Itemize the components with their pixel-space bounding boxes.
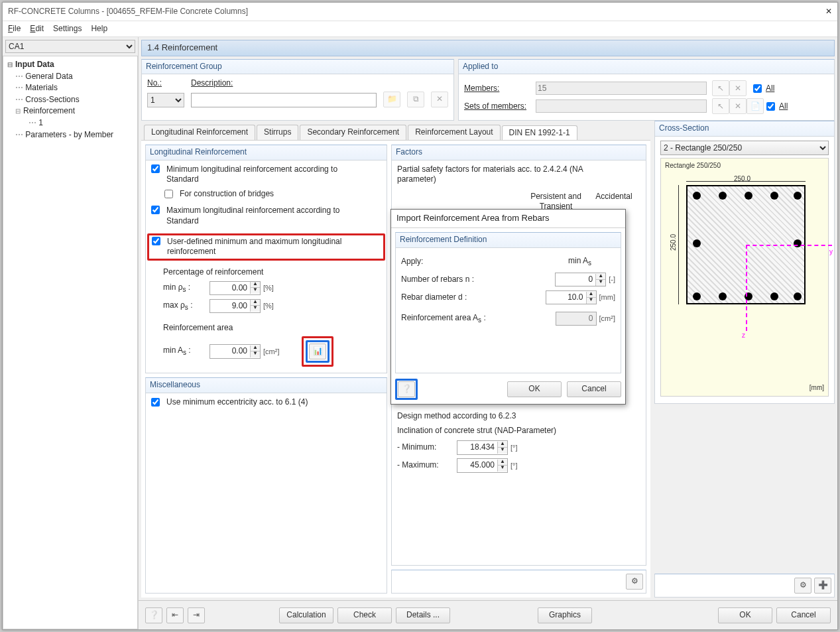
user-def-label: User-defined minimum and maximum longitu…: [167, 237, 379, 257]
menu-help[interactable]: Help: [91, 24, 107, 34]
sets-all-check[interactable]: [766, 102, 775, 111]
copy-icon[interactable]: ⧉: [407, 92, 424, 107]
inclination-label: Inclination of concrete strut (NAD-Param…: [397, 426, 570, 436]
cs-unit: [mm]: [810, 383, 824, 392]
members-all-check[interactable]: [753, 84, 762, 93]
rebar-d-unit: [mm]: [599, 292, 615, 302]
cs-preview: Rectangle 250/250 250.0 250.0: [660, 158, 829, 397]
rebar-n-input[interactable]: ▲▼: [555, 273, 606, 287]
tree-item-params[interactable]: Parameters - by Member: [7, 129, 133, 141]
max-std-check[interactable]: [151, 206, 160, 214]
apply-label: Apply:: [401, 257, 568, 267]
max-rho-unit: [%]: [263, 301, 274, 310]
delete-icon[interactable]: ✕: [431, 92, 448, 107]
help-icon[interactable]: ❔: [145, 607, 162, 623]
graphics-button[interactable]: Graphics: [538, 607, 592, 623]
dialog-help-icon[interactable]: ❔: [398, 381, 415, 397]
cs-toolbar: ⚙ ➕: [654, 574, 835, 598]
long-title: Longitudinal Reinforcement: [146, 145, 387, 160]
tree-item-general[interactable]: General Data: [7, 71, 133, 83]
next-icon[interactable]: ⇥: [188, 607, 205, 623]
incl-min-input[interactable]: ▲▼: [457, 440, 508, 455]
min-rho-label: min ρs :: [163, 283, 210, 294]
menu-settings[interactable]: Settings: [53, 24, 82, 34]
max-rho-input[interactable]: ▲▼: [210, 299, 261, 314]
unit-settings-icon[interactable]: ⚙: [626, 574, 643, 590]
import-rebar-button[interactable]: 📊: [309, 344, 326, 359]
eccentricity-check[interactable]: [151, 398, 160, 407]
min-as-label: min As :: [163, 346, 210, 357]
check-button[interactable]: Check: [337, 607, 392, 623]
menu-edit[interactable]: Edit: [30, 24, 44, 34]
close-icon[interactable]: ✕: [825, 7, 832, 17]
window-title: RF-CONCRETE Columns - [004655_RFEM-File …: [8, 7, 248, 17]
tab-long[interactable]: Longitudinal Reinforcement: [144, 125, 255, 140]
members-label: Members:: [464, 84, 536, 94]
window-buttons: ✕: [825, 7, 832, 17]
bridges-label: For construction of bridges: [180, 189, 274, 200]
rebar-d-input[interactable]: ▲▼: [546, 290, 597, 305]
new-set-icon[interactable]: 📄: [747, 98, 764, 114]
misc-title: Miscellaneous: [146, 378, 387, 393]
app-window: RF-CONCRETE Columns - [004655_RFEM-File …: [2, 2, 838, 630]
max-std-label: Maximum longitudinal reinforcement accor…: [166, 206, 365, 226]
tab-stirrups[interactable]: Stirrups: [257, 125, 298, 140]
no-select[interactable]: 1: [147, 93, 184, 107]
cs-edit-icon[interactable]: ⚙: [794, 578, 811, 594]
incl-max-input[interactable]: ▲▼: [457, 458, 508, 473]
footer: ❔ ⇤ ⇥ Calculation Check Details ... Grap…: [139, 600, 837, 629]
sidebar: CA1 Input Data General Data Materials Cr…: [3, 37, 139, 629]
group-title: Reinforcement Group: [142, 60, 453, 75]
rebar-d-label: Rebar diameter d :: [401, 292, 546, 303]
folder-open-icon[interactable]: 📁: [383, 92, 400, 107]
calculation-button[interactable]: Calculation: [279, 607, 333, 623]
description-input[interactable]: [191, 93, 377, 107]
tree-item-cross-sections[interactable]: Cross-Sections: [7, 94, 133, 106]
tab-din[interactable]: DIN EN 1992-1-1: [502, 125, 577, 141]
min-std-check[interactable]: [151, 164, 160, 173]
cs-caption: Rectangle 250/250: [665, 161, 721, 170]
ok-button[interactable]: OK: [718, 607, 772, 623]
case-selector[interactable]: CA1: [5, 40, 135, 53]
pick-member-icon[interactable]: ↖: [712, 80, 729, 96]
import-rebar-dialog: Import Reinforcement Area from Rebars Re…: [390, 209, 626, 404]
dialog-title: Import Reinforcement Area from Rebars: [391, 210, 625, 228]
cs-select[interactable]: 2 - Rectangle 250/250: [660, 141, 829, 155]
factors-text: Partial safety factors for materials acc…: [397, 164, 609, 185]
tree-item-1[interactable]: 1: [7, 117, 133, 129]
user-def-check[interactable]: [152, 237, 160, 245]
members-all-label: All: [766, 84, 774, 94]
dialog-ok-button[interactable]: OK: [507, 381, 562, 397]
pick-set-icon[interactable]: ↖: [712, 98, 729, 114]
tabs: Longitudinal Reinforcement Stirrups Seco…: [144, 125, 648, 140]
cross-section-panel: Cross-Section 2 - Rectangle 250/250 Rect…: [654, 121, 835, 404]
menubar: File Edit Settings Help: [3, 21, 837, 37]
cs-new-icon[interactable]: ➕: [814, 578, 831, 594]
incl-min-label: - Minimum:: [397, 442, 457, 453]
tab-secondary[interactable]: Secondary Reinforcement: [300, 125, 406, 140]
definition-title: Reinforcement Definition: [396, 233, 621, 248]
clear-member-icon[interactable]: ✕: [729, 80, 747, 96]
factors-toolbar: ⚙: [391, 570, 646, 594]
cancel-button[interactable]: Cancel: [776, 607, 831, 623]
bridges-check[interactable]: [164, 190, 173, 198]
applied-to-panel: Applied to Members: ↖ ✕ All Sets of memb…: [458, 59, 835, 121]
tree-root[interactable]: Input Data: [7, 59, 133, 71]
min-as-input[interactable]: ▲▼: [210, 344, 261, 359]
sets-input[interactable]: [536, 99, 707, 113]
applied-title: Applied to: [459, 60, 834, 75]
rebar-n-unit: [-]: [609, 275, 615, 284]
prev-icon[interactable]: ⇤: [166, 607, 184, 623]
dialog-cancel-button[interactable]: Cancel: [567, 381, 621, 397]
reinforcement-definition-panel: Reinforcement Definition Apply:min As Nu…: [395, 232, 621, 373]
menu-file[interactable]: File: [8, 24, 21, 34]
members-input[interactable]: [536, 82, 707, 95]
incl-max-label: - Maximum:: [397, 460, 457, 471]
min-std-label: Minimum longitudinal reinforcement accor…: [166, 164, 365, 185]
min-rho-input[interactable]: ▲▼: [210, 281, 261, 296]
clear-set-icon[interactable]: ✕: [729, 98, 747, 114]
tab-layout[interactable]: Reinforcement Layout: [408, 125, 500, 140]
tree-item-reinforcement[interactable]: Reinforcement: [7, 105, 133, 117]
details-button[interactable]: Details ...: [396, 607, 450, 623]
tree-item-materials[interactable]: Materials: [7, 82, 133, 94]
